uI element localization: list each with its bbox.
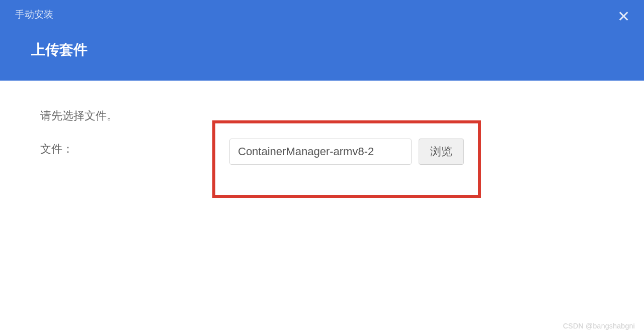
file-row: 文件： 浏览	[40, 136, 604, 198]
file-label: 文件：	[40, 136, 212, 157]
highlight-box: 浏览	[212, 120, 481, 198]
watermark-text: CSDN @bangshabgni	[563, 322, 635, 330]
browse-button[interactable]: 浏览	[419, 139, 464, 165]
close-icon[interactable]: ✕	[617, 9, 630, 24]
dialog-breadcrumb: 手动安装	[15, 8, 629, 21]
dialog-header: 手动安装 上传套件 ✕	[0, 0, 644, 81]
dialog-title: 上传套件	[31, 40, 629, 59]
file-path-input[interactable]	[229, 139, 412, 165]
dialog-content: 请先选择文件。 文件： 浏览	[0, 81, 644, 226]
